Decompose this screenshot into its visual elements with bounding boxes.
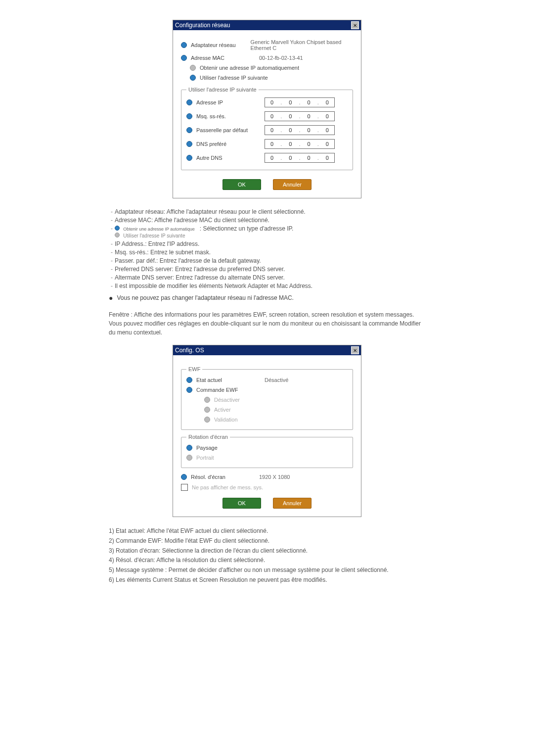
note-block: ● Vous ne pouvez pas changer l'adaptateu… bbox=[109, 294, 425, 301]
bullet-icon bbox=[186, 127, 192, 133]
network-adapter-label: Adaptateur réseau bbox=[191, 42, 247, 48]
titlebar: Configuration réseau ✕ bbox=[173, 20, 361, 30]
close-icon[interactable]: ✕ bbox=[351, 21, 359, 29]
ip-address-label: Adresse IP bbox=[196, 99, 261, 105]
dialog-title: Config. OS bbox=[175, 347, 204, 354]
os-config-description-list: 1) Etat actuel: Affiche l'état EWF actue… bbox=[109, 527, 425, 584]
cancel-button[interactable]: Annuler bbox=[273, 179, 312, 190]
bullet-icon bbox=[186, 99, 192, 105]
radio-icon[interactable] bbox=[190, 65, 196, 71]
gateway-label: Passerelle par défaut bbox=[196, 127, 261, 133]
bullet-icon bbox=[186, 377, 192, 383]
checkbox-icon[interactable] bbox=[181, 484, 188, 491]
dialog-title: Configuration réseau bbox=[175, 22, 230, 29]
ewf-disable-option[interactable]: Désactiver bbox=[214, 397, 240, 403]
close-icon[interactable]: ✕ bbox=[351, 346, 359, 354]
paragraph: Fenêtre : Affiche des informations pour … bbox=[109, 310, 425, 337]
ewf-command-label: Commande EWF bbox=[196, 387, 238, 393]
mac-address-label: Adresse MAC bbox=[191, 55, 255, 61]
desc-item: Adaptateur réseau: Affiche l'adaptateur … bbox=[115, 208, 306, 215]
bullet-icon: ● bbox=[109, 294, 113, 301]
landscape-option[interactable]: Paysage bbox=[196, 445, 218, 451]
ok-button[interactable]: OK bbox=[222, 498, 261, 509]
ewf-group: EWF Etat actuel Désactivé Commande EWF D… bbox=[181, 366, 353, 430]
current-status-label: Etat actuel bbox=[196, 377, 261, 383]
list-item: 3) Rotation d'écran: Sélectionne la dire… bbox=[109, 547, 425, 555]
bullet-icon bbox=[186, 113, 192, 119]
radio-icon[interactable] bbox=[204, 397, 210, 403]
note-text: Vous ne pouvez pas changer l'adaptateur … bbox=[117, 294, 293, 301]
network-description-list: Adaptateur réseau: Affiche l'adaptateur … bbox=[109, 208, 425, 289]
mac-address-value: 00-12-fb-02-13-41 bbox=[259, 55, 303, 61]
subnet-mask-label: Msq. ss-rés. bbox=[196, 113, 261, 119]
desc-item: Passer. par déf.: Entrez l'adresse de la… bbox=[115, 257, 261, 264]
bullet-icon bbox=[186, 387, 192, 393]
static-ip-fieldset: Utiliser l'adresse IP suivante Adresse I… bbox=[181, 87, 353, 170]
list-item: 5) Message système : Permet de décider d… bbox=[109, 566, 425, 574]
desc-item: Msq. ss-rés.: Entrez le subnet mask. bbox=[115, 249, 211, 256]
desc-item-radios: Obtenir une adresse IP automatique : Sél… bbox=[115, 225, 293, 239]
resolution-value: 1920 X 1080 bbox=[259, 474, 290, 480]
desc-item: Preferred DNS server: Entrez l'adresse d… bbox=[115, 266, 285, 273]
bullet-icon bbox=[181, 474, 187, 480]
alternate-dns-label: Autre DNS bbox=[196, 155, 261, 161]
desc-item: Altermate DNS server: Entrez l'adresse d… bbox=[115, 274, 285, 281]
radio-icon[interactable] bbox=[186, 445, 192, 451]
bullet-icon bbox=[186, 141, 192, 147]
network-config-dialog: Configuration réseau ✕ Adaptateur réseau… bbox=[173, 20, 361, 198]
preferred-dns-field[interactable]: 0. 0. 0. 0 bbox=[265, 139, 335, 149]
desc-item: Adresse MAC: Affiche l'adresse MAC du cl… bbox=[115, 217, 269, 224]
desc-item: Il est impossible de modifier les élémen… bbox=[115, 283, 312, 289]
os-config-dialog: Config. OS ✕ EWF Etat actuel Désactivé C… bbox=[173, 345, 361, 517]
radio-icon[interactable] bbox=[186, 455, 192, 461]
list-item: 2) Commande EWF: Modifie l'état EWF du c… bbox=[109, 537, 425, 545]
gateway-field[interactable]: 0. 0. 0. 0 bbox=[265, 125, 335, 135]
list-item: 4) Résol. d'écran: Affiche la résolution… bbox=[109, 556, 425, 565]
desc-item: IP Address.: Entrez l'IP address. bbox=[115, 240, 199, 247]
bullet-icon bbox=[181, 42, 187, 48]
radio-icon bbox=[115, 226, 120, 231]
radio-icon[interactable] bbox=[204, 417, 210, 423]
no-sys-msg-option[interactable]: Ne pas afficher de mess. sys. bbox=[192, 484, 263, 490]
current-status-value: Désactivé bbox=[265, 377, 288, 383]
ewf-commit-option[interactable]: Validation bbox=[214, 417, 238, 423]
ewf-legend: EWF bbox=[186, 366, 202, 372]
rotation-legend: Rotation d'écran bbox=[186, 434, 230, 440]
radio-icon bbox=[115, 233, 120, 237]
fieldset-legend: Utiliser l'adresse IP suivante bbox=[186, 87, 259, 93]
static-ip-option[interactable]: Utiliser l'adresse IP suivante bbox=[200, 75, 268, 81]
bullet-icon bbox=[181, 55, 187, 61]
radio-icon[interactable] bbox=[204, 407, 210, 413]
radio-icon[interactable] bbox=[190, 75, 196, 81]
ok-button[interactable]: OK bbox=[222, 179, 261, 190]
list-item: 1) Etat actuel: Affiche l'état EWF actue… bbox=[109, 527, 425, 535]
subnet-mask-field[interactable]: 0. 0. 0. 0 bbox=[265, 111, 335, 121]
preferred-dns-label: DNS preféré bbox=[196, 141, 261, 147]
portrait-option[interactable]: Portrait bbox=[196, 455, 214, 461]
rotation-group: Rotation d'écran Paysage Portrait bbox=[181, 434, 353, 468]
resolution-label: Résol. d'écran bbox=[191, 474, 255, 480]
ewf-enable-option[interactable]: Activer bbox=[214, 407, 231, 413]
ip-address-field[interactable]: 0. 0. 0. 0 bbox=[265, 97, 335, 107]
titlebar: Config. OS ✕ bbox=[173, 345, 361, 355]
network-adapter-value: Generic Marvell Yukon Chipset based Ethe… bbox=[251, 39, 353, 51]
bullet-icon bbox=[186, 155, 192, 161]
auto-ip-option[interactable]: Obtenir une adresse IP automatiquement bbox=[200, 65, 299, 71]
alternate-dns-field[interactable]: 0. 0. 0. 0 bbox=[265, 153, 335, 163]
list-item: 6) Les éléments Current Status et Screen… bbox=[109, 576, 425, 584]
cancel-button[interactable]: Annuler bbox=[273, 498, 312, 509]
